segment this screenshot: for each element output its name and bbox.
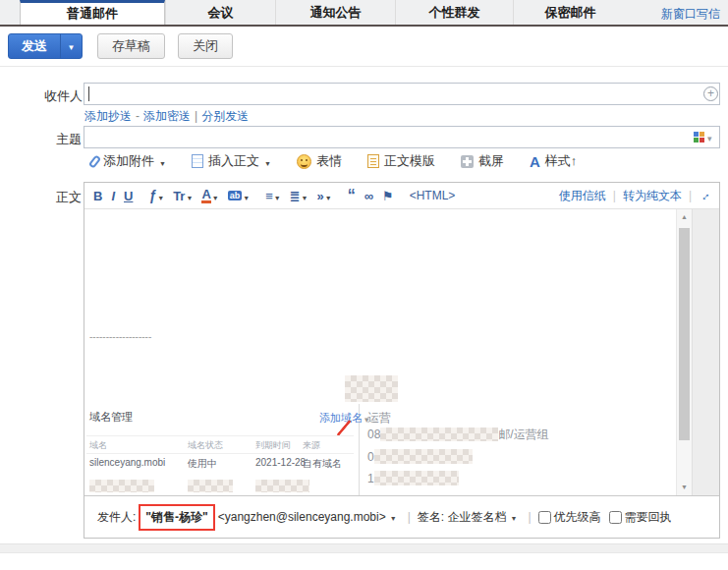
body-template-button[interactable]: 正文模版 [367,152,435,170]
style-label: 样式↑ [545,152,578,170]
align-icon: ≡ [265,189,273,203]
add-domain-label: 添加域名 [319,411,363,426]
recipient-input[interactable] [84,83,720,105]
scroll-down-icon[interactable] [677,483,692,492]
cc-bcc-row: 添加抄送-添加密送|分别发送 [84,108,249,125]
shot-cell-expiry: 2021-12-28 [255,457,306,468]
chevron-down-icon [157,189,164,203]
list-icon: ≣ [290,189,301,203]
editor-toolbar-right: 使用信纸 | 转为纯文本 | ↔ [559,188,710,204]
send-options-caret-icon[interactable] [60,34,82,58]
shot-col-header: 到期时间 [255,439,291,452]
align-button[interactable]: ≡ [265,189,281,203]
save-draft-button[interactable]: 存草稿 [97,33,165,59]
link-button[interactable]: ∞ [364,189,373,203]
font-family-button[interactable]: Tr [173,189,193,203]
tab-notice[interactable]: 通知公告 [275,0,395,25]
shot-col-header: 来源 [303,439,320,452]
font-style-button[interactable]: ƒ [148,188,164,203]
tab-normal-mail[interactable]: 普通邮件 [20,0,165,25]
signature-label: 签名: [418,509,444,526]
tab-meeting[interactable]: 会议 [165,0,275,25]
tab-personal-mass-send[interactable]: 个性群发 [395,0,513,25]
chevron-down-icon [212,189,219,203]
add-cc-link[interactable]: 添加抄送 [84,109,132,123]
screenshot-button[interactable]: 截屏 [461,152,504,170]
screenshot-label: 截屏 [478,152,504,170]
need-receipt-checkbox[interactable] [609,511,622,524]
toolbar-separator: | [613,189,616,202]
shot-col-header: 域名状态 [188,439,223,452]
brush-icon: ⚑ [382,189,394,203]
expand-icon[interactable]: ↔ [696,187,713,204]
shot-cell-status: 使用中 [188,457,217,471]
new-window-compose-link[interactable]: 新窗口写信 [661,6,720,23]
blurred-cell-mosaic [188,480,233,492]
editor-toolbar: B I U ƒ Tr A ab ≡ ≣ » “ ∞ ⚑ <HTML> 使用信纸 … [84,183,719,209]
editor-scrollbar[interactable] [676,209,692,495]
chevron-down-icon [325,189,332,203]
compose-tab-bar: 普通邮件 会议 通知公告 个性群发 保密邮件 [0,0,728,27]
font-color-button[interactable]: A [201,189,218,203]
highlight-button[interactable]: ab [228,189,250,203]
insert-body-label: 插入正文 [208,152,259,170]
body-label: 正文 [56,189,82,206]
sender-label: 发件人: [97,509,136,526]
use-stationery-link[interactable]: 使用信纸 [559,188,606,204]
footer-strip [0,543,728,553]
chevron-down-icon [264,154,271,169]
emoticon-button[interactable]: 表情 [297,152,342,170]
sender-row: 发件人: "销售-杨珍" <yangzhen@silenceyang.mobi>… [84,495,719,538]
send-button-label: 发送 [9,34,60,58]
chevron-down-icon [159,154,166,169]
style-toggle-button[interactable]: A 样式↑ [530,152,577,170]
template-icon [367,154,379,168]
add-contact-icon[interactable] [703,86,718,101]
scrollbar-thumb[interactable] [679,228,690,440]
chevron-down-icon [274,189,281,203]
signature-dropdown-icon[interactable] [510,510,517,524]
card-line-suffix: 邮/运营组 [498,428,548,441]
shot-table-title: 域名管理 [89,410,133,425]
blurred-cell-mosaic [89,480,154,492]
html-source-button[interactable]: <HTML> [410,189,456,202]
indent-button[interactable]: » [317,189,332,203]
card-line-dept: 08邮/运营组 [367,427,549,443]
format-brush-button[interactable]: ⚑ [382,189,394,203]
sender-name-annotation: "销售-杨珍" [139,504,214,531]
indent-icon: » [317,189,324,203]
pasted-screenshot: 域名管理 添加域名 域名 域名状态 到期时间 来源 silenceyang.mo… [86,370,674,495]
list-button[interactable]: ≣ [290,189,308,203]
card-line-phone1: 0 [367,449,473,464]
priority-high-checkbox[interactable] [538,511,551,524]
cc-pipe-separator: | [195,109,197,123]
editor-body[interactable]: ------------------- 域名管理 添加域名 域名 域名状态 到期… [84,209,676,495]
to-plain-text-link[interactable]: 转为纯文本 [623,188,682,204]
sender-dropdown-icon[interactable] [390,510,397,524]
editor-container: B I U ƒ Tr A ab ≡ ≣ » “ ∞ ⚑ <HTML> 使用信纸 … [84,182,720,539]
subject-input[interactable] [84,126,720,148]
scroll-up-icon[interactable] [677,212,692,222]
mail-tag-picker[interactable] [694,130,712,144]
close-button[interactable]: 关闭 [178,33,233,59]
italic-button[interactable]: I [111,189,115,203]
underline-button[interactable]: U [124,189,133,203]
quote-button[interactable]: “ [348,191,356,200]
send-button[interactable]: 发送 [8,33,83,59]
card-line-phone2: 1 [367,471,459,485]
chevron-down-icon [243,189,250,203]
bold-button[interactable]: B [93,189,102,203]
document-icon [192,154,203,168]
insert-body-button[interactable]: 插入正文 [192,152,271,170]
tab-confidential-mail[interactable]: 保密邮件 [513,0,627,25]
script-f-icon: ƒ [148,188,156,203]
add-attachment-button[interactable]: 添加附件 [91,152,166,170]
separator: | [408,510,411,524]
highlight-icon: ab [228,191,243,200]
send-separately-link[interactable]: 分别发送 [201,109,249,123]
add-bcc-link[interactable]: 添加密送 [143,109,191,123]
subject-label: 主题 [56,131,82,148]
need-receipt-label: 需要回执 [625,509,672,526]
signature-value[interactable]: 企业签名档 [447,509,506,526]
table-rule [86,453,354,454]
